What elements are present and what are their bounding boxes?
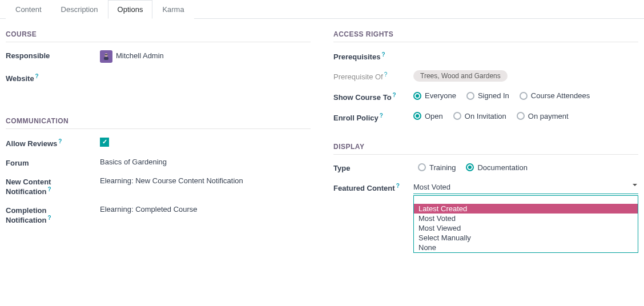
responsible-value[interactable]: Mitchell Admin (100, 50, 311, 63)
type-label: Type (333, 163, 413, 172)
prerequisite-of-value: Trees, Wood and Gardens (413, 70, 638, 82)
radio-open[interactable]: Open (413, 112, 443, 120)
dropdown-item[interactable]: Most Voted (414, 214, 638, 223)
help-icon[interactable]: ? (393, 92, 396, 98)
new-content-value[interactable]: Elearning: New Course Content Notificati… (100, 176, 311, 185)
tab-options[interactable]: Options (108, 0, 153, 19)
help-icon[interactable]: ? (380, 112, 383, 119)
field-website: Website? (6, 72, 311, 83)
help-icon[interactable]: ? (35, 73, 39, 79)
field-completion-notification: Completion Notification? Elearning: Comp… (6, 205, 311, 224)
tab-description[interactable]: Description (51, 0, 108, 19)
enroll-radio-group: Open On Invitation On payment (413, 111, 638, 120)
help-icon[interactable]: ? (381, 51, 385, 58)
tab-karma[interactable]: Karma (152, 0, 194, 19)
enroll-policy-label: Enroll Policy? (333, 111, 413, 122)
field-enroll-policy: Enroll Policy? Open On Invitation On pay… (333, 111, 638, 122)
user-avatar-icon (102, 52, 111, 61)
featured-content-select[interactable]: Most Voted (413, 182, 638, 194)
forum-label: Forum (6, 158, 100, 167)
help-icon[interactable]: ? (58, 138, 62, 144)
allow-reviews-checkbox[interactable]: ✓ (100, 138, 109, 147)
radio-on-payment[interactable]: On payment (517, 112, 569, 120)
tabs-bar: Content Description Options Karma (0, 0, 644, 19)
prerequisite-tag[interactable]: Trees, Wood and Gardens (413, 70, 508, 82)
radio-course-attendees[interactable]: Course Attendees (520, 91, 590, 100)
chevron-down-icon (633, 184, 637, 186)
help-icon[interactable]: ? (48, 186, 51, 192)
field-featured-content: Featured Content? Most Voted Latest Crea… (333, 182, 638, 194)
radio-icon (413, 92, 421, 100)
responsible-name: Mitchell Admin (116, 51, 164, 60)
radio-icon (413, 112, 421, 120)
avatar (100, 50, 112, 63)
radio-training[interactable]: Training (418, 163, 456, 172)
completion-value[interactable]: Elearning: Completed Course (100, 205, 311, 214)
left-column: COURSE Responsible Mitchell Admin Websit… (6, 30, 311, 233)
radio-documentation[interactable]: Documentation (466, 163, 527, 172)
help-icon[interactable]: ? (384, 71, 388, 78)
dropdown-item[interactable]: Most Viewed (414, 223, 638, 233)
show-course-radio-group: Everyone Signed In Course Attendees (413, 91, 638, 100)
prerequisite-of-label: Prerequisite Of? (333, 70, 413, 81)
radio-icon (418, 163, 426, 171)
radio-signed-in[interactable]: Signed In (466, 91, 509, 100)
right-column: ACCESS RIGHTS Prerequisites? Prerequisit… (333, 30, 638, 233)
field-allow-reviews: Allow Reviews? ✓ (6, 137, 311, 148)
section-display-title: DISPLAY (333, 143, 638, 155)
forum-value[interactable]: Basics of Gardening (100, 158, 311, 166)
field-prerequisite-of: Prerequisite Of? Trees, Wood and Gardens (333, 70, 638, 82)
radio-everyone[interactable]: Everyone (413, 91, 456, 100)
svg-rect-1 (104, 57, 108, 60)
prerequisites-label: Prerequisites? (333, 50, 413, 61)
section-communication-title: COMMUNICATION (6, 117, 311, 129)
field-type: Type Training Documentation (333, 163, 638, 172)
dropdown-item[interactable]: None (414, 243, 638, 252)
radio-on-invitation[interactable]: On Invitation (453, 112, 506, 120)
dropdown-item[interactable]: Select Manually (414, 233, 638, 243)
field-show-course: Show Course To? Everyone Signed In Cours… (333, 91, 638, 102)
featured-content-dropdown: Latest Created Most Voted Most Viewed Se… (413, 195, 638, 253)
field-new-content-notification: New Content Notification? Elearning: New… (6, 176, 311, 196)
new-content-label: New Content Notification? (6, 176, 100, 196)
section-course-title: COURSE (6, 30, 311, 42)
show-course-label: Show Course To? (333, 91, 413, 102)
svg-rect-2 (104, 54, 107, 55)
section-access-title: ACCESS RIGHTS (333, 30, 638, 42)
responsible-label: Responsible (6, 50, 100, 60)
radio-icon (466, 163, 474, 171)
website-label: Website? (6, 72, 100, 83)
radio-icon (520, 92, 528, 100)
type-radio-group: Training Documentation (413, 163, 638, 172)
dropdown-item[interactable]: Latest Created (414, 204, 638, 214)
field-forum: Forum Basics of Gardening (6, 158, 311, 167)
help-icon[interactable]: ? (396, 183, 400, 189)
field-prerequisites: Prerequisites? (333, 50, 638, 61)
allow-reviews-label: Allow Reviews? (6, 137, 100, 148)
featured-content-label: Featured Content? (333, 182, 413, 192)
tab-content[interactable]: Content (6, 0, 51, 19)
field-responsible: Responsible Mitchell Admin (6, 50, 311, 63)
radio-icon (453, 112, 461, 120)
radio-icon (517, 112, 525, 120)
help-icon[interactable]: ? (48, 215, 51, 221)
radio-icon (466, 92, 474, 100)
completion-label: Completion Notification? (6, 205, 100, 224)
